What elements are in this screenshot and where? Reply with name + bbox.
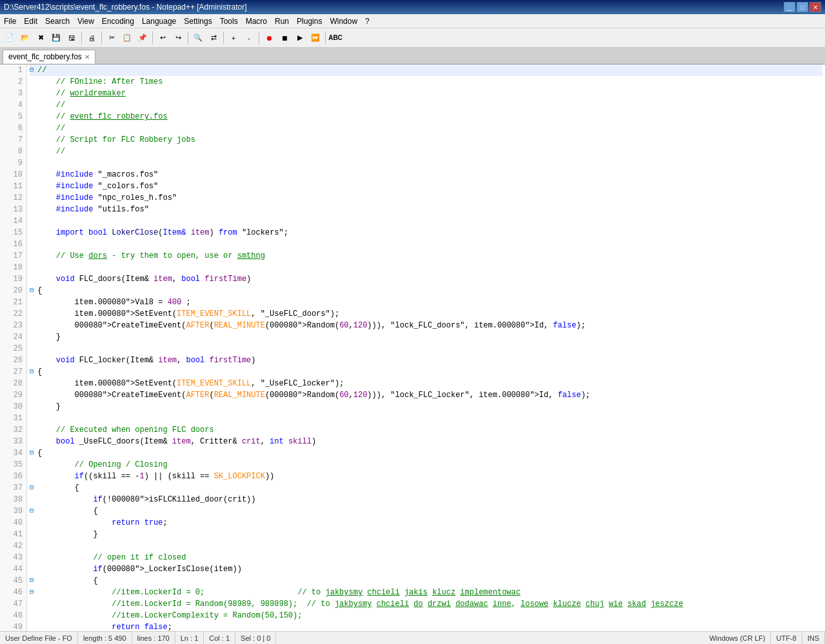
macro-run-many-button[interactable]: ⏩ bbox=[308, 31, 323, 45]
menu-item-file[interactable]: File bbox=[0, 14, 20, 28]
line-number: 21 bbox=[4, 297, 23, 308]
code-line: //item.LockerId = Random(98989, 989898);… bbox=[30, 598, 822, 610]
zoom-in-button[interactable]: + bbox=[226, 31, 241, 45]
close-button[interactable]: ✕ bbox=[810, 2, 821, 12]
code-line bbox=[30, 540, 822, 552]
copy-button[interactable]: 📋 bbox=[120, 31, 134, 45]
line-number: 22 bbox=[4, 308, 23, 320]
fold-icon bbox=[30, 459, 36, 471]
code-content[interactable]: ⊟// // FOnline: After Times // worldrema… bbox=[27, 64, 825, 631]
fold-icon[interactable]: ⊟ bbox=[30, 575, 36, 587]
menu-item-tools[interactable]: Tools bbox=[216, 14, 242, 28]
find-button[interactable]: 🔍 bbox=[191, 31, 205, 45]
menu-item-settings[interactable]: Settings bbox=[180, 14, 215, 28]
maximize-button[interactable]: □ bbox=[797, 2, 808, 12]
code-text: // bbox=[37, 146, 65, 157]
fold-icon[interactable]: ⊟ bbox=[30, 447, 36, 459]
line-number: 30 bbox=[4, 401, 23, 413]
code-text: if(!000080">isFLCKilled_door(crit)) bbox=[37, 494, 255, 505]
code-line bbox=[30, 413, 822, 424]
line-number: 2 bbox=[4, 76, 23, 88]
menu-item-window[interactable]: Window bbox=[326, 14, 361, 28]
line-number: 39 bbox=[4, 505, 23, 517]
code-text: if((skill == -1) || (skill == SK_LOCKPIC… bbox=[37, 471, 274, 482]
abc-button[interactable]: ABC bbox=[328, 31, 343, 45]
code-line: ⊟{ bbox=[30, 366, 822, 378]
fold-icon bbox=[30, 111, 36, 122]
replace-button[interactable]: ⇄ bbox=[206, 31, 221, 45]
code-text: return true; bbox=[37, 517, 168, 529]
line-number: 33 bbox=[4, 436, 23, 447]
menu-item-plugins[interactable]: Plugins bbox=[293, 14, 326, 28]
close-button2[interactable]: ✖ bbox=[34, 31, 48, 45]
code-line: // open it if closed bbox=[30, 552, 822, 563]
line-number: 46 bbox=[4, 587, 23, 598]
code-text: //item.LockerId = Random(98989, 989898);… bbox=[37, 598, 683, 610]
line-number: 41 bbox=[4, 529, 23, 540]
code-text: if(000080">_LockerIsClose(item)) bbox=[37, 563, 242, 575]
macro-play-button[interactable]: ▶ bbox=[293, 31, 307, 45]
line-number: 34 bbox=[4, 447, 23, 459]
line-number: 49 bbox=[4, 621, 23, 631]
sep5 bbox=[223, 32, 224, 44]
save-all-button[interactable]: 🖫 bbox=[65, 31, 79, 45]
fold-icon bbox=[30, 598, 36, 610]
window-controls[interactable]: _ □ ✕ bbox=[784, 2, 821, 12]
fold-icon[interactable]: ⊟ bbox=[30, 482, 36, 494]
status-eol: Windows (CR LF) bbox=[704, 632, 771, 644]
fold-icon bbox=[30, 494, 36, 505]
macro-stop-button[interactable]: ⏹ bbox=[277, 31, 292, 45]
fold-icon[interactable]: ⊟ bbox=[30, 505, 36, 517]
fold-icon bbox=[30, 122, 36, 134]
fold-icon bbox=[30, 540, 36, 552]
menu-item-search[interactable]: Search bbox=[41, 14, 74, 28]
macro-record-button[interactable]: ⏺ bbox=[262, 31, 276, 45]
save-button[interactable]: 💾 bbox=[49, 31, 63, 45]
code-text: { bbox=[37, 575, 98, 587]
fold-icon bbox=[30, 320, 36, 331]
undo-button[interactable]: ↩ bbox=[155, 31, 170, 45]
code-line: #include "_colors.fos" bbox=[30, 181, 822, 192]
fold-icon bbox=[30, 552, 36, 563]
menu-item-encoding[interactable]: Encoding bbox=[98, 14, 138, 28]
line-number: 11 bbox=[4, 181, 23, 192]
menu-item-view[interactable]: View bbox=[74, 14, 98, 28]
open-button[interactable]: 📂 bbox=[18, 31, 32, 45]
minimize-button[interactable]: _ bbox=[784, 2, 795, 12]
line-number: 20 bbox=[4, 285, 23, 297]
fold-icon[interactable]: ⊟ bbox=[30, 285, 36, 297]
menu-item-?[interactable]: ? bbox=[361, 14, 373, 28]
fold-icon[interactable]: ⊟ bbox=[30, 366, 36, 378]
menu-item-run[interactable]: Run bbox=[271, 14, 293, 28]
line-number: 19 bbox=[4, 273, 23, 285]
line-number: 32 bbox=[4, 424, 23, 436]
code-text: // worldremaker bbox=[37, 88, 126, 99]
tab-event-flc[interactable]: event_flc_robbery.fos ✕ bbox=[3, 50, 95, 64]
fold-icon[interactable]: ⊟ bbox=[30, 587, 36, 598]
menu-item-language[interactable]: Language bbox=[138, 14, 180, 28]
code-line: // Executed when opening FLC doors bbox=[30, 424, 822, 436]
code-line: item.000080">SetEvent(ITEM_EVENT_SKILL, … bbox=[30, 308, 822, 320]
line-number: 36 bbox=[4, 471, 23, 482]
code-line: if((skill == -1) || (skill == SK_LOCKPIC… bbox=[30, 471, 822, 482]
cut-button[interactable]: ✂ bbox=[104, 31, 119, 45]
new-button[interactable]: 📄 bbox=[3, 31, 17, 45]
code-line: ⊟ { bbox=[30, 482, 822, 494]
line-number: 48 bbox=[4, 610, 23, 621]
menu-item-edit[interactable]: Edit bbox=[20, 14, 41, 28]
paste-button[interactable]: 📌 bbox=[135, 31, 150, 45]
menu-bar: FileEditSearchViewEncodingLanguageSettin… bbox=[0, 14, 825, 28]
line-number: 5 bbox=[4, 111, 23, 122]
tab-close-icon[interactable]: ✕ bbox=[84, 54, 90, 61]
line-number: 1 bbox=[4, 64, 23, 76]
code-text: item.000080">SetEvent(ITEM_EVENT_SKILL, … bbox=[37, 308, 339, 320]
fold-icon bbox=[30, 401, 36, 413]
menu-item-macro[interactable]: Macro bbox=[242, 14, 271, 28]
print-button[interactable]: 🖨 bbox=[84, 31, 99, 45]
code-text: { bbox=[37, 482, 79, 494]
fold-icon[interactable]: ⊟ bbox=[30, 64, 36, 76]
code-line: // Opening / Closing bbox=[30, 459, 822, 471]
fold-icon bbox=[30, 215, 36, 227]
zoom-out-button[interactable]: - bbox=[242, 31, 256, 45]
redo-button[interactable]: ↪ bbox=[171, 31, 185, 45]
